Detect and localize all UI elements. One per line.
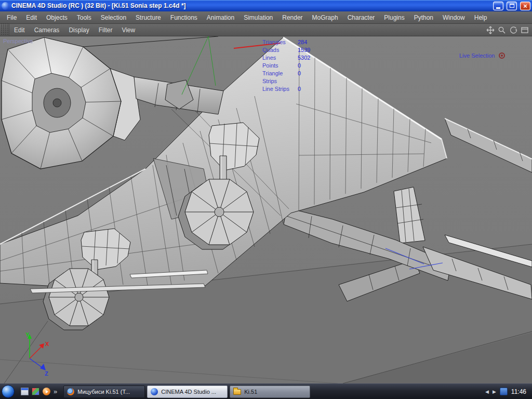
minimize-button[interactable] xyxy=(493,2,503,10)
taskbar: » Мицубиси Ki.51 (T... CINEMA 4D Studio … xyxy=(0,383,532,399)
task-label: Мицубиси Ki.51 (T... xyxy=(77,389,130,395)
viewport-nav-controls xyxy=(485,25,532,35)
stat-value: 1539 xyxy=(298,46,310,54)
menu-item[interactable]: Simulation xyxy=(239,12,277,23)
stat-row: Quads 1539 xyxy=(262,46,310,54)
taskbar-button-folder[interactable]: Ki.51 xyxy=(230,385,310,398)
quick-launch-overflow-chevron[interactable]: » xyxy=(54,388,57,395)
application-window: CINEMA 4D Studio (RC ) (32 Bit) - [Ki.51… xyxy=(0,0,532,399)
firefox-icon xyxy=(67,388,74,395)
zoom-view-button[interactable] xyxy=(497,25,507,35)
stat-value: 5302 xyxy=(298,54,310,62)
menu-item[interactable]: Tools xyxy=(72,12,96,23)
folder-icon xyxy=(233,389,241,395)
taskbar-clock: 11:46 xyxy=(511,388,526,395)
viewport-menu-item[interactable]: Filter xyxy=(94,24,117,36)
active-tool-label: Live Selection xyxy=(459,52,495,59)
stat-label: Quads xyxy=(262,46,298,54)
menu-item[interactable]: Plugins xyxy=(379,12,409,23)
axis-z-label: Z xyxy=(45,370,48,377)
taskbar-button-cinema4d[interactable]: CINEMA 4D Studio ... xyxy=(147,385,228,398)
axis-x-label: X xyxy=(45,341,49,347)
title-bar: CINEMA 4D Studio (RC ) (32 Bit) - [Ki.51… xyxy=(0,0,532,11)
menu-item[interactable]: MoGraph xyxy=(308,12,343,23)
stat-label: Triangles xyxy=(262,38,298,46)
maximize-icon xyxy=(510,4,514,8)
detached-wing-strip xyxy=(445,118,532,172)
menu-item[interactable]: Structure xyxy=(131,12,166,23)
engine-cowling xyxy=(2,37,121,169)
menu-item[interactable]: Edit xyxy=(21,12,42,23)
stat-value: 0 xyxy=(298,85,301,93)
stat-row: Points 0 xyxy=(262,62,310,70)
pan-icon xyxy=(486,25,495,35)
stat-label: Points xyxy=(262,62,298,70)
stat-label: Lines xyxy=(262,54,298,62)
tray-scroll-left-icon[interactable]: ◀ xyxy=(485,389,489,394)
close-icon: × xyxy=(523,3,527,9)
menu-item[interactable]: Selection xyxy=(96,12,131,23)
task-label: CINEMA 4D Studio ... xyxy=(161,389,216,395)
camera-label[interactable]: Perspective xyxy=(3,38,33,44)
pan-view-button[interactable] xyxy=(485,25,495,35)
menu-item[interactable]: File xyxy=(2,12,21,23)
tray-status-icon[interactable] xyxy=(500,388,508,395)
rotate-view-button[interactable] xyxy=(508,25,518,35)
viewport-menu-item[interactable]: Display xyxy=(64,24,94,36)
stat-value: 284 xyxy=(298,38,307,46)
stat-row: Line Strips 0 xyxy=(262,85,310,93)
tray-scroll-right-icon[interactable]: ▶ xyxy=(493,389,496,394)
taskbar-button-browser[interactable]: Мицубиси Ki.51 (T... xyxy=(63,385,145,398)
viewport-menu-item[interactable]: Edit xyxy=(9,24,30,36)
toggle-view-icon xyxy=(520,25,529,35)
stat-label: Line Strips xyxy=(262,85,298,93)
task-label: Ki.51 xyxy=(244,389,257,395)
menu-item[interactable]: Window xyxy=(438,12,470,23)
stat-value: 0 xyxy=(298,62,301,70)
menu-item[interactable]: Functions xyxy=(166,12,202,23)
menu-item[interactable]: Help xyxy=(470,12,492,23)
main-menu-bar: File Edit Objects Tools Selection Struct… xyxy=(0,11,532,24)
perspective-viewport[interactable]: Y X Z Perspective Triangles 284 Quads xyxy=(0,36,532,383)
close-button[interactable]: × xyxy=(520,2,530,10)
menu-item[interactable]: Animation xyxy=(202,12,239,23)
stat-value: 0 xyxy=(298,70,301,85)
stat-row: Triangle Strips 0 xyxy=(262,70,310,85)
minimize-icon xyxy=(496,7,500,9)
rotate-icon xyxy=(509,25,518,35)
toggle-view-button[interactable] xyxy=(520,25,529,35)
quick-launch-bar: » xyxy=(17,388,61,395)
quick-launch-media-icon[interactable] xyxy=(43,388,50,395)
axis-y-label: Y xyxy=(25,331,30,338)
window-title: CINEMA 4D Studio (RC ) (32 Bit) - [Ki.51… xyxy=(11,2,490,9)
system-tray: ◀ ▶ 11:46 xyxy=(485,388,530,395)
quick-launch-window-icon[interactable] xyxy=(21,388,29,395)
live-selection-icon[interactable] xyxy=(499,52,505,59)
viewport-statistics: Triangles 284 Quads 1539 Lines 5302 Poin… xyxy=(262,38,310,93)
viewport-menu-item[interactable]: Cameras xyxy=(30,24,64,36)
stat-row: Triangles 284 xyxy=(262,38,310,46)
menu-item[interactable]: Character xyxy=(343,12,380,23)
zoom-icon xyxy=(497,25,507,35)
start-button[interactable] xyxy=(2,385,15,398)
cinema4d-icon xyxy=(151,388,158,395)
toolbar-grip-handle[interactable] xyxy=(0,24,9,36)
menu-item[interactable]: Python xyxy=(409,12,438,23)
viewport-menu-bar: Edit Cameras Display Filter View xyxy=(0,24,532,36)
maximize-button[interactable] xyxy=(507,2,517,10)
stat-row: Lines 5302 xyxy=(262,54,310,62)
active-tool-indicator: Live Selection xyxy=(459,52,505,59)
quick-launch-app-icon[interactable] xyxy=(32,388,39,395)
stat-label: Triangle Strips xyxy=(262,70,298,85)
menu-item[interactable]: Render xyxy=(277,12,307,23)
cinema4d-app-icon xyxy=(2,2,9,10)
viewport-menu-item[interactable]: View xyxy=(117,24,140,36)
menu-item[interactable]: Objects xyxy=(42,12,72,23)
